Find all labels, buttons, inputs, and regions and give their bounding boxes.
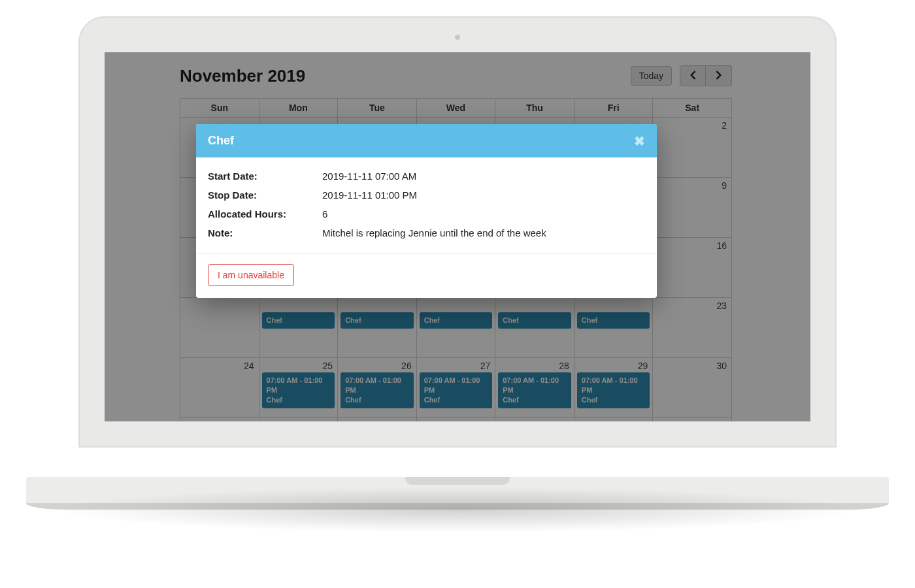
screen: November 2019 Today (105, 52, 810, 421)
field-label: Stop Date: (208, 189, 322, 201)
laptop-mockup: November 2019 Today (78, 16, 837, 500)
laptop-notch (405, 477, 510, 485)
shift-detail-modal: Chef ✖ Start Date:2019-11-11 07:00 AMSto… (196, 124, 657, 298)
modal-header: Chef ✖ (196, 124, 657, 157)
modal-body: Start Date:2019-11-11 07:00 AMStop Date:… (196, 157, 657, 253)
modal-field-row: Allocated Hours:6 (208, 208, 645, 220)
laptop-shadow (52, 487, 863, 532)
modal-field-row: Start Date:2019-11-11 07:00 AM (208, 171, 645, 182)
field-value: 6 (322, 208, 645, 220)
field-value: Mitchel is replacing Jennie until the en… (322, 227, 645, 238)
modal-field-row: Note:Mitchel is replacing Jennie until t… (208, 227, 645, 238)
unavailable-button[interactable]: I am unavailable (208, 264, 294, 286)
field-value: 2019-11-11 07:00 AM (322, 171, 645, 182)
modal-field-row: Stop Date:2019-11-11 01:00 PM (208, 189, 645, 201)
close-icon[interactable]: ✖ (634, 135, 645, 148)
field-label: Note: (208, 227, 322, 238)
field-label: Allocated Hours: (208, 208, 322, 220)
camera-dot (455, 35, 460, 40)
field-label: Start Date: (208, 171, 322, 182)
modal-footer: I am unavailable (196, 253, 657, 298)
laptop-bezel: November 2019 Today (78, 16, 837, 448)
field-value: 2019-11-11 01:00 PM (322, 189, 645, 201)
modal-title: Chef (208, 134, 234, 148)
